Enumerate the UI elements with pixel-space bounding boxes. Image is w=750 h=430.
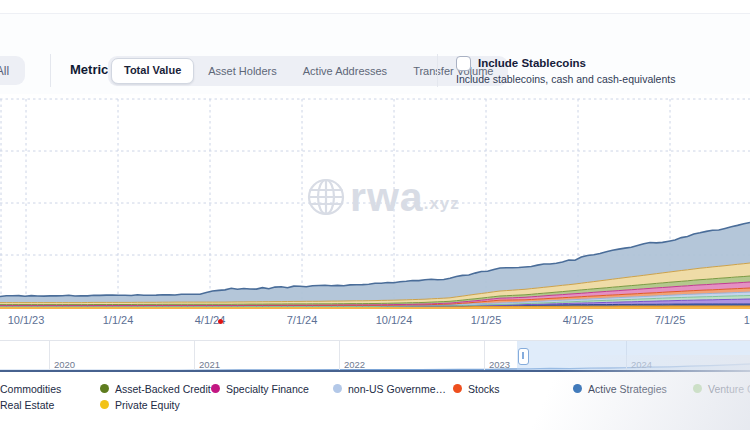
legend-dot (453, 384, 462, 393)
legend-item-specialty-finance[interactable]: Specialty Finance (211, 382, 309, 395)
legend-item-venture-capital[interactable]: Venture Capital (693, 382, 750, 395)
legend-dot (100, 384, 109, 393)
x-axis-label: 4/1/25 (563, 314, 594, 326)
legend-label: Private Equity (115, 399, 180, 411)
legend-dot (573, 384, 582, 393)
legend-dot (211, 384, 220, 393)
legend-item-private-equity[interactable]: Private Equity (100, 398, 180, 411)
brush-bottom-border (0, 370, 750, 372)
timeline-brush[interactable]: 20202021202220232024 (0, 340, 750, 371)
legend-label: Specialty Finance (226, 383, 309, 395)
legend-item-commodities[interactable]: Commodities (0, 382, 61, 395)
x-axis-label: 10/1/24 (376, 314, 413, 326)
x-axis-label: 7/1/25 (655, 314, 686, 326)
watermark-tld: .xyz (424, 194, 460, 214)
brush-year-label: 2022 (344, 359, 365, 370)
legend-item-asset-backed-credit[interactable]: Asset-Backed Credit (100, 382, 211, 395)
legend-item-stocks[interactable]: Stocks (453, 382, 500, 395)
watermark-brand: rwa (350, 178, 424, 216)
brush-year-divider (339, 341, 340, 371)
globe-icon (306, 177, 346, 217)
include-stablecoins-checkbox[interactable] (456, 56, 471, 71)
header-divider-left (50, 54, 51, 87)
tab-asset-holders[interactable]: Asset Holders (196, 59, 288, 83)
brush-selected-range[interactable] (517, 341, 750, 371)
metric-label: Metric (70, 62, 108, 77)
legend-label: non-US Governme… (348, 383, 446, 395)
legend-dot (693, 384, 702, 393)
legend-dot (333, 384, 342, 393)
brush-left-handle[interactable] (518, 348, 529, 365)
rwa-analytics-page: { "header": { "all_button": "All", "metr… (0, 0, 750, 430)
legend-label: Asset-Backed Credit (115, 383, 211, 395)
tab-active-addresses[interactable]: Active Addresses (291, 59, 399, 83)
include-stablecoins-description: Include stablecoins, cash and cash-equiv… (456, 73, 675, 85)
legend-label: Real Estate (0, 399, 54, 411)
metric-tab-group: Total ValueAsset HoldersActive Addresses… (108, 56, 508, 86)
brush-year-label: 2021 (199, 359, 220, 370)
legend-label: Active Strategies (588, 383, 667, 395)
red-marker-dot (218, 319, 223, 324)
time-range-all-button[interactable]: All (0, 56, 25, 85)
legend-item-real-estate[interactable]: Real Estate (0, 398, 54, 411)
x-axis-label: 1/1/25 (471, 314, 502, 326)
legend-item-active-strategies[interactable]: Active Strategies (573, 382, 667, 395)
x-axis-label: 7/1/24 (287, 314, 318, 326)
legend-item-non-us-governme-[interactable]: non-US Governme… (333, 382, 446, 395)
brush-year-label: 2023 (489, 359, 510, 370)
watermark: rwa .xyz (306, 177, 460, 217)
brush-year-divider (484, 341, 485, 371)
legend-label: Venture Capital (708, 383, 750, 395)
header-divider-right (437, 54, 438, 87)
brush-year-divider (194, 341, 195, 371)
top-divider-strip (0, 0, 750, 14)
brush-year-label: 2020 (54, 359, 75, 370)
stacked-area-chart[interactable]: rwa .xyz (0, 95, 750, 330)
x-axis-label: 10/1/25 (744, 314, 750, 326)
tab-total-value[interactable]: Total Value (111, 58, 194, 84)
brush-year-divider (49, 341, 50, 371)
x-axis-label: 1/1/24 (103, 314, 134, 326)
include-stablecoins-label[interactable]: Include Stablecoins (478, 57, 586, 69)
legend-label: Stocks (468, 383, 500, 395)
legend-dot (100, 400, 109, 409)
legend-label: Commodities (0, 383, 61, 395)
x-axis-label: 10/1/23 (8, 314, 45, 326)
